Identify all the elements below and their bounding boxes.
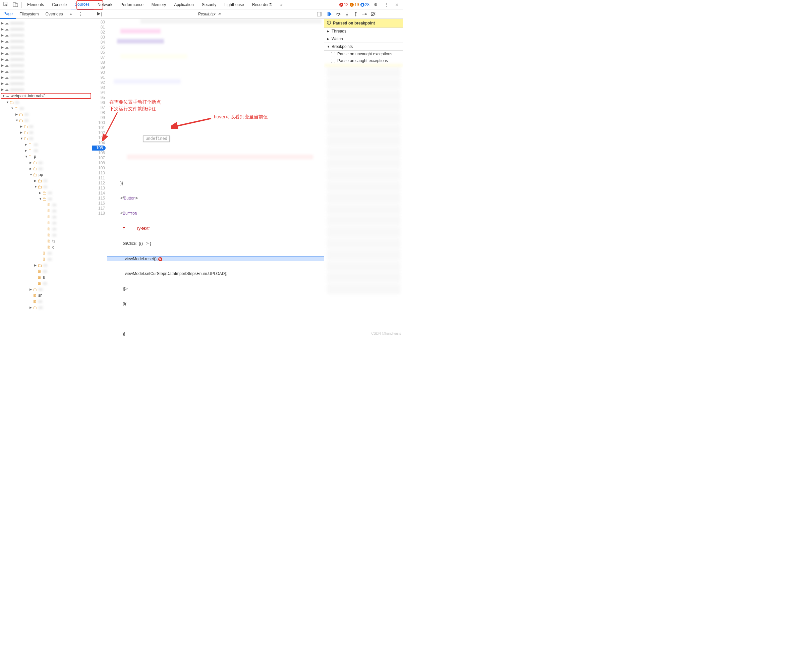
gutter-line[interactable]: 107: [92, 155, 105, 161]
deactivate-breakpoints-icon[interactable]: [370, 12, 376, 17]
tree-folder-row[interactable]: ▼🗀xx: [0, 184, 92, 190]
gutter-line[interactable]: 98: [92, 110, 105, 116]
tab-recorder[interactable]: Recorder ⚗: [248, 0, 276, 9]
gutter-breakpoint[interactable]: 105: [92, 145, 106, 150]
tree-folder-row[interactable]: ▼🗀xx: [0, 117, 92, 124]
tree-file-row[interactable]: 🗎xx: [0, 268, 92, 274]
section-breakpoints[interactable]: ▼Breakpoints: [324, 43, 403, 51]
tree-origin-row[interactable]: ▶☁xxxxxxx: [0, 44, 92, 50]
tree-file-row[interactable]: 🗎xx: [0, 220, 92, 226]
gutter-line[interactable]: 83: [92, 35, 105, 40]
navigator-kebab-icon[interactable]: ⋮: [75, 9, 86, 19]
gutter-line[interactable]: 95: [92, 95, 105, 100]
gutter-line[interactable]: 92: [92, 80, 105, 85]
tree-origin-row[interactable]: ▶☁xxxxxxx: [0, 63, 92, 68]
tree-folder-row[interactable]: ▶🗀xx: [0, 190, 92, 196]
warning-count[interactable]: !19: [350, 2, 359, 7]
tree-folder-row[interactable]: ▶🗀xx: [0, 124, 92, 129]
subtab-filesystem[interactable]: Filesystem: [16, 9, 42, 19]
tab-elements[interactable]: Elements: [23, 0, 48, 9]
subtab-overrides[interactable]: Overrides: [42, 9, 66, 19]
tab-application[interactable]: Application: [170, 0, 198, 9]
gutter-line[interactable]: 102: [92, 130, 105, 135]
tree-folder-row[interactable]: ▶🗀xx: [0, 286, 92, 292]
error-count[interactable]: ✕12: [339, 2, 348, 7]
tab-security[interactable]: Security: [198, 0, 220, 9]
checkbox-caught[interactable]: Pause on caught exceptions: [324, 57, 403, 64]
tab-performance[interactable]: Performance: [116, 0, 147, 9]
tree-folder-row[interactable]: ▶🗀xx: [0, 142, 92, 147]
tree-webpack-internal[interactable]: ▼☁ webpack-internal://: [1, 93, 91, 99]
kebab-menu-icon[interactable]: ⋮: [382, 1, 390, 9]
gutter-line[interactable]: 80: [92, 20, 105, 25]
gutter-line[interactable]: 108: [92, 161, 105, 166]
nav-arrow-icon[interactable]: ⯈|: [96, 10, 104, 18]
tree-origin-row[interactable]: ▶☁xxxxxxx: [0, 26, 92, 32]
gutter-line[interactable]: 110: [92, 171, 105, 176]
gutter-line[interactable]: 112: [92, 181, 105, 186]
tree-folder-row[interactable]: ▼🗀p: [0, 154, 92, 160]
more-tabs-icon[interactable]: »: [276, 0, 287, 9]
tree-folder-row[interactable]: ▶🗀xx: [0, 160, 92, 166]
tree-file-row[interactable]: 🗎xx: [0, 226, 92, 232]
code-editor[interactable]: 8081828384858687888990919293949596979899…: [92, 19, 324, 336]
tree-file-row[interactable]: 🗎c: [0, 244, 92, 250]
gutter-line[interactable]: 81: [92, 25, 105, 30]
gutter-line[interactable]: 104: [92, 140, 105, 145]
tree-folder-row[interactable]: ▼🗀xx: [0, 105, 92, 111]
tree-file-row[interactable]: 🗎xx: [0, 208, 92, 214]
gutter-line[interactable]: 82: [92, 30, 105, 35]
close-file-icon[interactable]: ✕: [218, 12, 221, 17]
tree-origin-row[interactable]: ▶☁xxxxxxx: [0, 38, 92, 44]
gutter-line[interactable]: 97: [92, 105, 105, 110]
gutter-line[interactable]: 113: [92, 186, 105, 191]
gutter-line[interactable]: 111: [92, 176, 105, 181]
gutter-line[interactable]: 84: [92, 40, 105, 45]
tree-file-row[interactable]: 🗎sh: [0, 292, 92, 299]
checkbox-caught-input[interactable]: [331, 59, 335, 63]
tree-folder-row[interactable]: ▶🗀xx: [0, 304, 92, 310]
gutter-line[interactable]: 86: [92, 50, 105, 55]
tab-memory[interactable]: Memory: [147, 0, 170, 9]
section-watch[interactable]: ▶Watch: [324, 35, 403, 43]
gutter-line[interactable]: 89: [92, 65, 105, 70]
tree-folder-row[interactable]: ▶🗀xx: [0, 178, 92, 184]
tree-file-row[interactable]: 🗎xx: [0, 202, 92, 208]
tree-file-row[interactable]: 🗎ts: [0, 238, 92, 244]
tree-folder-row[interactable]: ▼🗀xx: [0, 196, 92, 202]
tree-origin-row[interactable]: ▶☁xxxxxxx: [0, 68, 92, 74]
more-subtabs-icon[interactable]: »: [66, 9, 75, 19]
file-navigator[interactable]: ▶☁xxxxxxx▶☁xxxxxxx▶☁xxxxxxx▶☁xxxxxxx▶☁xx…: [0, 19, 92, 336]
gutter-line[interactable]: 114: [92, 191, 105, 196]
tree-folder-row[interactable]: ▶🗀xx: [0, 111, 92, 117]
info-count[interactable]: ▮28: [360, 2, 370, 7]
gutter-line[interactable]: 100: [92, 121, 105, 125]
tree-file-row[interactable]: 🗎xx: [0, 214, 92, 220]
gutter-line[interactable]: 109: [92, 166, 105, 171]
step-out-icon[interactable]: [353, 12, 358, 17]
tree-folder-row[interactable]: ▼🗀xx: [0, 135, 92, 142]
tree-origin-row[interactable]: ▶☁xxxxxxx: [0, 56, 92, 63]
code-area[interactable]: )} </Button> <Buᴛᴛᴏɴ ᴛ ry-text" onCliᴄᴋ=…: [107, 19, 324, 336]
tree-file-row[interactable]: 🗎xx: [0, 256, 92, 262]
step-icon[interactable]: [362, 12, 367, 17]
gutter-line[interactable]: 96: [92, 100, 105, 105]
tree-folder-row[interactable]: ▶🗀xx: [0, 166, 92, 172]
gutter-line[interactable]: 101: [92, 125, 105, 130]
subtab-page[interactable]: Page: [0, 9, 16, 19]
tab-console[interactable]: Console: [48, 0, 71, 9]
gutter-line[interactable]: 99: [92, 116, 105, 121]
tree-file-row[interactable]: 🗎u: [0, 274, 92, 280]
gutter-line[interactable]: 117: [92, 206, 105, 211]
gutter-line[interactable]: 94: [92, 90, 105, 95]
step-into-icon[interactable]: [344, 12, 350, 17]
gutter-line[interactable]: 85: [92, 45, 105, 50]
file-tab-result[interactable]: Result.tsx ✕: [195, 11, 224, 17]
gutter-line[interactable]: 115: [92, 196, 105, 201]
step-over-icon[interactable]: [335, 12, 341, 17]
inspect-element-icon[interactable]: [2, 1, 10, 9]
tree-origin-row[interactable]: ▶☁xxxxxxx: [0, 20, 92, 26]
gutter-line[interactable]: 116: [92, 201, 105, 206]
gutter-line[interactable]: 90: [92, 70, 105, 75]
gutter-line[interactable]: 88: [92, 60, 105, 65]
